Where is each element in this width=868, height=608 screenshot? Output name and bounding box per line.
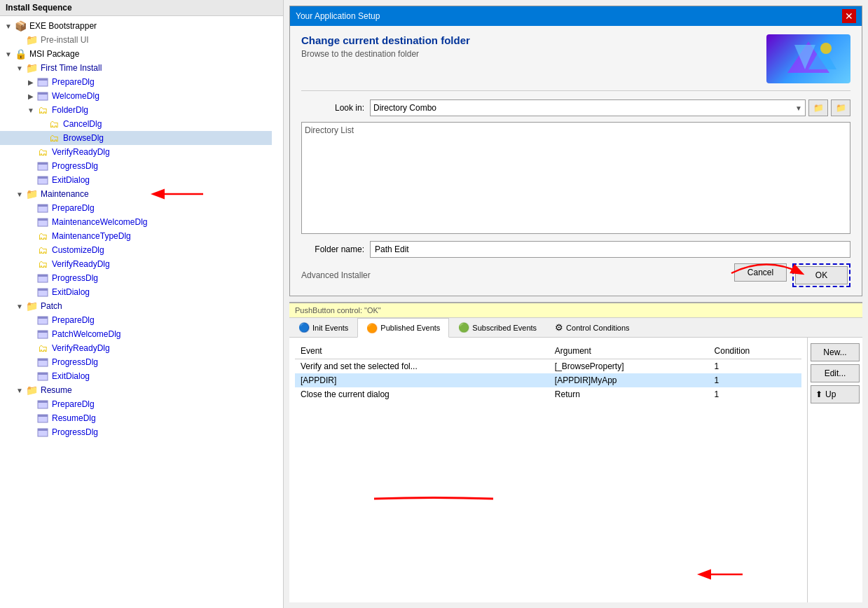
svg-rect-27 xyxy=(38,415,48,417)
tree-item-browse-dlg[interactable]: 🗂BrowseDlg xyxy=(0,131,272,145)
table-row[interactable]: Close the current dialogReturn1 xyxy=(295,387,801,401)
side-buttons-panel: New... Edit... ⬆ Up xyxy=(807,338,862,602)
tree-item-progress-dlg-4[interactable]: ProgressDlg xyxy=(0,425,272,439)
path-edit-input[interactable] xyxy=(370,241,850,258)
tree-item-pre-install-ui[interactable]: 📁Pre-install UI xyxy=(0,33,272,47)
folder-name-label: Folder name: xyxy=(301,244,364,254)
table-header-argument: Argument xyxy=(549,343,709,359)
tree-item-resume-dlg[interactable]: ResumeDlg xyxy=(0,411,272,425)
table-header-condition: Condition xyxy=(709,343,801,359)
tab-label-published-events: Published Events xyxy=(380,324,440,332)
tree-item-folder-dlg[interactable]: ▼🗂FolderDlg xyxy=(0,103,272,117)
dialog-title: Your Application Setup xyxy=(296,11,380,21)
dialog-logo xyxy=(766,34,850,83)
tree-item-prepare-dlg-3[interactable]: PrepareDlg xyxy=(0,313,272,327)
svg-rect-15 xyxy=(38,289,48,291)
tree-container: ▼📦EXE Bootstrapper 📁Pre-install UI▼🔒MSI … xyxy=(0,16,283,608)
new-button[interactable]: New... xyxy=(811,343,860,361)
tree-item-resume[interactable]: ▼📁Resume xyxy=(0,383,272,397)
tree-item-customize-dlg[interactable]: 🗂CustomizeDlg xyxy=(0,243,272,257)
tree-item-progress-dlg-3[interactable]: ProgressDlg xyxy=(0,355,272,369)
tab-label-init-events: Init Events xyxy=(312,324,348,332)
edit-button[interactable]: Edit... xyxy=(811,364,860,382)
tabs-bar: 🔵Init Events🟠Published Events🟢Subscribed… xyxy=(289,318,862,338)
tab-published-events[interactable]: 🟠Published Events xyxy=(357,318,449,338)
svg-rect-5 xyxy=(38,163,48,165)
tree-item-progress-dlg-2[interactable]: ProgressDlg xyxy=(0,271,272,285)
tree-item-maintenance[interactable]: ▼📁Maintenance xyxy=(0,187,272,201)
up-arrow-icon: ⬆ xyxy=(815,389,822,399)
tab-init-events[interactable]: 🔵Init Events xyxy=(289,318,357,337)
svg-rect-9 xyxy=(38,205,48,207)
svg-rect-29 xyxy=(38,429,48,431)
table-row[interactable]: [APPDIR][APPDIR]MyApp1 xyxy=(295,373,801,387)
svg-rect-23 xyxy=(38,373,48,375)
folder-up-button[interactable]: 📁 xyxy=(808,99,828,116)
dialog-header-subtitle: Browse to the destination folder xyxy=(301,49,470,59)
tree-item-progress-dlg-1[interactable]: ProgressDlg xyxy=(0,159,272,173)
tree-item-maintenance-welcome-dlg[interactable]: MaintenanceWelcomeDlg xyxy=(0,215,272,229)
tab-label-control-conditions: Control Conditions xyxy=(566,324,630,332)
tab-subscribed-events[interactable]: 🟢Subscribed Events xyxy=(449,318,546,337)
tab-label-subscribed-events: Subscribed Events xyxy=(472,324,537,332)
dialog-preview: Your Application Setup ✕ Change current … xyxy=(289,6,862,296)
svg-rect-1 xyxy=(38,78,48,81)
cancel-button[interactable]: Cancel xyxy=(734,263,787,282)
tree-item-cancel-dlg[interactable]: 🗂CancelDlg xyxy=(0,117,272,131)
dialog-header-title: Change current destination folder xyxy=(301,34,470,46)
tree-item-exit-dialog-3[interactable]: ExitDialog xyxy=(0,369,272,383)
left-panel: Install Sequence ▼📦EXE Bootstrapper 📁Pre… xyxy=(0,0,284,608)
svg-point-33 xyxy=(820,43,832,54)
folder-name-row: Folder name: xyxy=(301,241,850,258)
tree-item-patch[interactable]: ▼📁Patch xyxy=(0,299,272,313)
ok-button[interactable]: OK xyxy=(795,266,848,284)
new-folder-button[interactable]: 📁 xyxy=(831,99,850,116)
directory-combo[interactable]: Directory Combo ▼ xyxy=(370,99,806,116)
tree-item-verify-ready-dlg-2[interactable]: 🗂VerifyReadyDlg xyxy=(0,257,272,271)
table-row[interactable]: Verify and set the selected fol...[_Brow… xyxy=(295,359,801,374)
table-header-event: Event xyxy=(295,343,549,359)
tree-item-welcome-dlg[interactable]: ▶WelcomeDlg xyxy=(0,89,272,103)
look-in-row: Look in: Directory Combo ▼ 📁 📁 xyxy=(301,99,850,116)
tree-item-first-time-install[interactable]: ▼📁First Time Install xyxy=(0,61,272,75)
svg-rect-19 xyxy=(38,331,48,333)
tree-item-maintenance-type-dlg[interactable]: 🗂MaintenanceTypeDlg xyxy=(0,229,272,243)
tree-item-prepare-dlg-1[interactable]: ▶PrepareDlg xyxy=(0,75,272,89)
look-in-label: Look in: xyxy=(301,103,364,113)
svg-rect-17 xyxy=(38,317,48,319)
events-table: EventArgumentCondition Verify and set th… xyxy=(289,338,807,602)
tree-item-msi-package[interactable]: ▼🔒MSI Package xyxy=(0,47,272,61)
tree-item-exe-bootstrapper[interactable]: ▼📦EXE Bootstrapper xyxy=(0,19,272,33)
combo-arrow-icon: ▼ xyxy=(795,104,802,112)
bottom-panel-header: PushButton control: "OK" xyxy=(289,303,862,318)
tree-item-verify-ready-dlg-3[interactable]: 🗂VerifyReadyDlg xyxy=(0,341,272,355)
svg-rect-7 xyxy=(38,177,48,179)
dialog-close-button[interactable]: ✕ xyxy=(842,9,856,23)
brand-label: Advanced Installer xyxy=(301,270,371,280)
tree-item-prepare-dlg-4[interactable]: PrepareDlg xyxy=(0,397,272,411)
left-panel-header: Install Sequence xyxy=(0,0,283,16)
tree-item-patch-welcome-dlg[interactable]: PatchWelcomeDlg xyxy=(0,327,272,341)
svg-rect-25 xyxy=(38,401,48,403)
svg-rect-3 xyxy=(38,92,48,95)
up-button[interactable]: ⬆ Up xyxy=(811,385,860,403)
right-panel: Your Application Setup ✕ Change current … xyxy=(284,0,868,608)
tree-item-verify-ready-dlg-1[interactable]: 🗂VerifyReadyDlg xyxy=(0,145,272,159)
tree-item-prepare-dlg-2[interactable]: PrepareDlg xyxy=(0,201,272,215)
tree-item-exit-dialog-2[interactable]: ExitDialog xyxy=(0,285,272,299)
dialog-titlebar: Your Application Setup ✕ xyxy=(290,6,862,26)
svg-rect-11 xyxy=(38,219,48,221)
svg-rect-21 xyxy=(38,359,48,361)
tab-control-conditions[interactable]: ⚙Control Conditions xyxy=(546,318,639,337)
directory-list[interactable]: Directory List xyxy=(301,122,850,234)
svg-rect-13 xyxy=(38,275,48,277)
bottom-panel: PushButton control: "OK" 🔵Init Events🟠Pu… xyxy=(289,302,862,602)
tree-item-exit-dialog-1[interactable]: ExitDialog xyxy=(0,173,272,187)
